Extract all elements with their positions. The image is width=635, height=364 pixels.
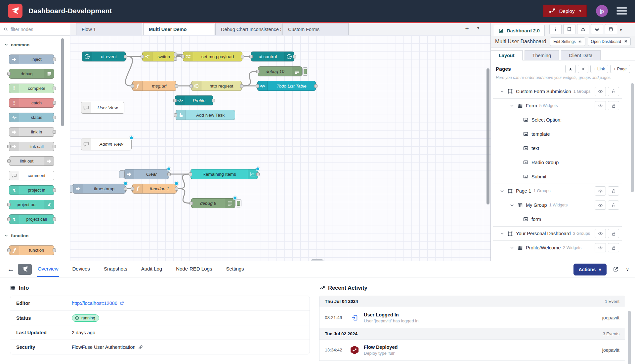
visibility-button[interactable] (595, 101, 606, 110)
edit-settings-button[interactable]: Edit Settings (550, 37, 585, 46)
flow-tab-Flow-1[interactable]: Flow 1 (76, 23, 142, 35)
node-ui-control[interactable]: ui control (251, 52, 294, 61)
actions-button[interactable]: Actions ∨ (573, 264, 607, 275)
input-port[interactable] (189, 172, 192, 176)
visibility-button[interactable] (595, 186, 606, 196)
input-port[interactable] (174, 113, 177, 117)
output-port[interactable] (53, 145, 56, 148)
tree-row-form[interactable]: form (493, 212, 622, 226)
node-ui-event[interactable]: ui-event (82, 52, 126, 61)
input-port[interactable] (249, 55, 253, 58)
chevron-down-icon[interactable] (510, 103, 514, 108)
open-editor-icon[interactable] (613, 266, 619, 273)
tree-row-page-1[interactable]: Page 11 Groups (493, 184, 622, 198)
config-sidebar-button[interactable] (591, 24, 603, 34)
node-Remaining-Items[interactable]: Remaining Items (190, 169, 258, 179)
node-http-request[interactable]: http request (191, 81, 242, 91)
wire[interactable] (125, 56, 132, 86)
visibility-button[interactable] (595, 229, 606, 238)
add-flow-button[interactable]: + (463, 25, 471, 32)
input-port[interactable] (256, 70, 260, 73)
inject-button[interactable] (70, 185, 73, 193)
palette-search[interactable] (0, 23, 70, 36)
lock-button[interactable] (608, 200, 619, 210)
tree-row-custom-form-submission[interactable]: Custom Form Submission1 Groups (493, 84, 622, 98)
flow-list-caret-icon[interactable]: ▾ (474, 25, 483, 30)
node-timestamp[interactable]: timestamp (73, 184, 126, 194)
chevron-down-icon[interactable] (510, 203, 514, 207)
input-port[interactable] (7, 203, 11, 206)
collapse-all-button[interactable] (565, 65, 576, 73)
tree-row-select-option-[interactable]: Select Option: (493, 113, 622, 127)
avatar[interactable]: jp (596, 5, 608, 17)
palette-node-catch[interactable]: !catch (9, 98, 54, 108)
output-port[interactable] (167, 172, 171, 176)
palette-node-inject[interactable]: inject (9, 55, 54, 64)
node-User-View[interactable]: User View (81, 102, 124, 114)
palette-node-project-call[interactable]: project call (9, 214, 54, 224)
palette-node-project-in[interactable]: project in (9, 185, 54, 195)
output-port[interactable] (241, 55, 244, 58)
palette-section-common[interactable]: common (0, 40, 70, 50)
open-dashboard-button[interactable]: Open Dashboard (588, 37, 631, 46)
output-port[interactable] (53, 116, 56, 119)
input-port[interactable] (7, 248, 11, 252)
palette-node-link-in[interactable]: link in (9, 127, 54, 137)
input-port[interactable] (190, 84, 193, 88)
output-port[interactable] (53, 101, 56, 105)
tree-row-profile-welcome[interactable]: Profile/Welcome2 Widgets (493, 240, 622, 255)
node-switch[interactable]: switch (142, 52, 175, 61)
chevron-down-icon[interactable] (500, 231, 504, 236)
tab-theming[interactable]: Theming (525, 50, 559, 60)
node-debug-10[interactable]: debug 10 (258, 66, 302, 76)
instance-tab-settings[interactable]: Settings (225, 261, 244, 277)
input-port[interactable] (181, 55, 185, 58)
instance-tab-node-red-logs[interactable]: Node-RED Logs (175, 261, 213, 277)
sidebar-scrollbar[interactable] (631, 83, 634, 192)
output-port-1[interactable] (174, 53, 177, 56)
flow-tab-Debug-Chart-Inconsistence-S[interactable]: Debug Chart Inconsistence S (215, 23, 281, 35)
wire[interactable] (178, 174, 189, 189)
palette-scrollbar[interactable] (61, 38, 64, 126)
activity-event[interactable]: 13:34:42Flow DeployedDeploy type 'full'j… (319, 340, 625, 361)
node-function-1[interactable]: ƒfunction 1 (132, 184, 177, 194)
input-port[interactable] (7, 159, 11, 163)
palette-node-link-call[interactable]: link call (9, 142, 54, 151)
add-link-button[interactable]: + Link (590, 65, 608, 73)
lock-button[interactable] (608, 229, 619, 238)
tree-row-radio-group[interactable]: Radio Group (493, 155, 622, 169)
chevron-down-icon[interactable] (500, 189, 504, 193)
activity-event[interactable]: 08:21:49User Logged InUser 'joepavitt' h… (319, 307, 625, 328)
deploy-button[interactable]: Deploy ▾ (543, 5, 587, 17)
output-port[interactable] (53, 87, 56, 90)
tree-row-submit[interactable]: Submit (493, 169, 622, 184)
tab-client-data[interactable]: Client Data (561, 50, 601, 60)
tab-layout[interactable]: Layout (491, 50, 523, 60)
expand-all-button[interactable] (578, 65, 588, 73)
lock-button[interactable] (608, 87, 619, 96)
help-sidebar-button[interactable] (563, 24, 575, 34)
wire[interactable] (178, 189, 190, 203)
flow-tab-Custom-Forms[interactable]: Custom Forms (282, 23, 349, 35)
info-sidebar-button[interactable] (549, 24, 562, 34)
lock-button[interactable] (608, 101, 619, 110)
output-port[interactable] (124, 55, 127, 58)
output-port[interactable] (53, 248, 56, 252)
flow-canvas[interactable]: ui-eventswitchset msg.payloadui controld… (70, 35, 490, 261)
input-port[interactable] (173, 99, 177, 102)
tree-row-your-personal-dashboard[interactable]: Your Personal Dashboard3 Groups (493, 226, 622, 240)
input-port[interactable] (7, 72, 11, 76)
palette-node-link-out[interactable]: link out (9, 156, 54, 166)
input-port[interactable] (7, 217, 11, 221)
wire[interactable] (243, 71, 256, 86)
hamburger-menu-icon[interactable] (616, 7, 627, 15)
visibility-button[interactable] (595, 200, 606, 210)
visibility-button[interactable] (595, 243, 606, 252)
node-Admin-View[interactable]: Admin View (81, 138, 132, 150)
visibility-button[interactable] (595, 87, 606, 96)
node-Todo-List-Table[interactable]: </>Todo List Table (257, 81, 316, 91)
debug-toggle-button[interactable] (302, 67, 308, 76)
chevron-down-icon[interactable] (510, 245, 514, 250)
output-port[interactable] (53, 188, 56, 192)
output-port[interactable] (212, 99, 215, 102)
